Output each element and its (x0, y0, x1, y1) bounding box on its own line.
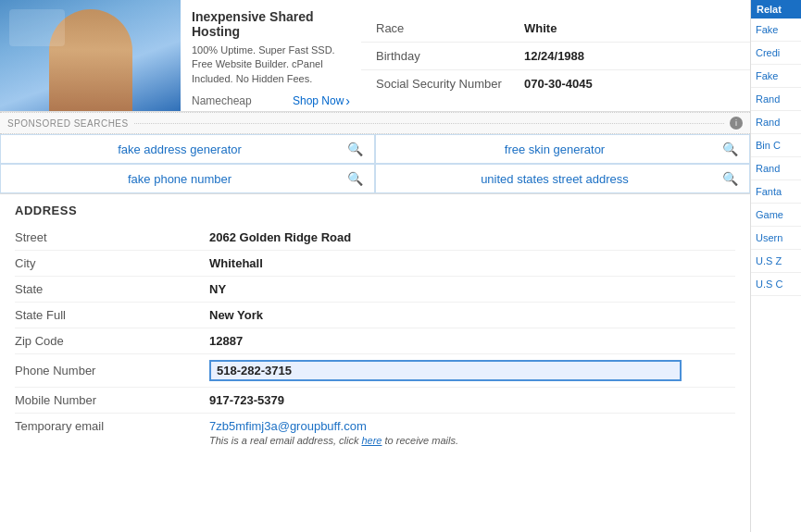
email-row: Temporary email 7zb5mfimj3a@groupbuff.co… (15, 414, 735, 452)
sidebar-item-usc[interactable]: U.S C (751, 273, 801, 296)
ad-decoration (9, 9, 65, 46)
search-btn-fake-address[interactable]: fake address generator 🔍 (0, 134, 375, 164)
sponsored-bar: SPONSORED SEARCHES i (0, 112, 750, 134)
email-note-suffix: to receive mails. (382, 435, 458, 446)
ad-shop-label: Shop Now (293, 94, 344, 107)
state-full-label: State Full (15, 308, 209, 322)
address-section: ADDRESS Street 2062 Golden Ridge Road Ci… (0, 194, 750, 461)
page-wrapper: Inexpensive Shared Hosting 100% Uptime. … (0, 0, 801, 532)
mobile-label: Mobile Number (15, 393, 209, 407)
search-btn-fake-address-text: fake address generator (12, 142, 347, 156)
sidebar-item-binc[interactable]: Bin C (751, 134, 801, 157)
email-note-link[interactable]: here (361, 435, 382, 446)
zip-label: Zip Code (15, 334, 209, 348)
sidebar-item-fanta[interactable]: Fanta (751, 180, 801, 204)
search-icon-1: 🔍 (347, 142, 363, 156)
birthday-value: 12/24/1988 (524, 49, 584, 63)
street-row: Street 2062 Golden Ridge Road (15, 225, 735, 251)
zip-row: Zip Code 12887 (15, 328, 735, 354)
state-full-row: State Full New York (15, 303, 735, 328)
right-sidebar: Relat Fake Credi Fake Rand Rand Bin C Ra… (750, 0, 801, 532)
ad-description: 100% Uptime. Super Fast SSD. Free Websit… (192, 43, 350, 86)
sidebar-item-rand3[interactable]: Rand (751, 157, 801, 180)
ad-image (0, 0, 181, 111)
search-btn-fake-phone-text: fake phone number (12, 172, 347, 186)
ad-block: Inexpensive Shared Hosting 100% Uptime. … (0, 0, 361, 111)
search-btn-free-skin-text: free skin generator (387, 142, 722, 156)
email-link[interactable]: 7zb5mfimj3a@groupbuff.com (209, 419, 458, 433)
search-icon-3: 🔍 (347, 171, 363, 186)
address-title: ADDRESS (15, 204, 735, 217)
search-btn-free-skin[interactable]: free skin generator 🔍 (375, 134, 750, 164)
phone-label: Phone Number (15, 364, 209, 377)
ad-title: Inexpensive Shared Hosting (192, 9, 350, 39)
race-value: White (524, 21, 557, 35)
email-note: This is a real email address, click here… (209, 435, 458, 446)
phone-row: Phone Number (15, 354, 735, 388)
street-value: 2062 Golden Ridge Road (209, 230, 351, 244)
sidebar-item-rand2[interactable]: Rand (751, 111, 801, 134)
left-side: Inexpensive Shared Hosting 100% Uptime. … (0, 0, 750, 532)
sidebar-item-usz[interactable]: U.S Z (751, 250, 801, 273)
birthday-label: Birthday (376, 49, 524, 63)
state-row: State NY (15, 277, 735, 303)
ssn-label: Social Security Number (376, 77, 524, 91)
city-label: City (15, 256, 209, 270)
sponsored-label: SPONSORED SEARCHES (7, 118, 129, 129)
ad-shop-link[interactable]: Shop Now › (293, 93, 350, 108)
search-btn-fake-phone[interactable]: fake phone number 🔍 (0, 164, 375, 193)
sidebar-item-usern[interactable]: Usern (751, 227, 801, 250)
email-label: Temporary email (15, 419, 209, 433)
sidebar-header: Relat (751, 0, 801, 19)
race-label: Race (376, 21, 524, 35)
city-row: City Whitehall (15, 251, 735, 277)
email-note-prefix: This is a real email address, click (209, 435, 361, 446)
sidebar-item-credi[interactable]: Credi (751, 42, 801, 65)
search-btn-us-address[interactable]: united states street address 🔍 (375, 164, 750, 193)
sidebar-item-fake2[interactable]: Fake (751, 65, 801, 88)
mobile-row: Mobile Number 917-723-5379 (15, 388, 735, 414)
state-value: NY (209, 282, 226, 296)
zip-value: 12887 (209, 334, 243, 348)
ad-brand: Namecheap (192, 94, 252, 107)
race-row: Race White (361, 15, 750, 43)
email-block: 7zb5mfimj3a@groupbuff.com This is a real… (209, 419, 458, 446)
sidebar-item-game[interactable]: Game (751, 204, 801, 227)
top-row: Inexpensive Shared Hosting 100% Uptime. … (0, 0, 750, 112)
search-grid: fake address generator 🔍 free skin gener… (0, 134, 750, 194)
phone-input[interactable] (209, 360, 682, 381)
search-btn-us-address-text: united states street address (387, 172, 722, 186)
sidebar-item-fake1[interactable]: Fake (751, 19, 801, 42)
ssn-row: Social Security Number 070-30-4045 (361, 70, 750, 97)
ad-shop-arrow: › (345, 93, 350, 108)
state-label: State (15, 282, 209, 296)
street-label: Street (15, 230, 209, 244)
sponsored-dots (134, 123, 724, 124)
city-value: Whitehall (209, 256, 263, 270)
birthday-row: Birthday 12/24/1988 (361, 43, 750, 70)
search-icon-2: 🔍 (722, 142, 738, 156)
search-icon-4: 🔍 (722, 171, 738, 186)
ad-footer: Namecheap Shop Now › (192, 93, 350, 108)
personal-info-block: Race White Birthday 12/24/1988 Social Se… (361, 0, 750, 111)
ssn-value: 070-30-4045 (524, 77, 593, 91)
mobile-value: 917-723-5379 (209, 393, 284, 407)
ad-text: Inexpensive Shared Hosting 100% Uptime. … (181, 0, 361, 111)
sidebar-item-rand1[interactable]: Rand (751, 88, 801, 111)
info-icon: i (730, 117, 743, 130)
state-full-value: New York (209, 308, 263, 322)
